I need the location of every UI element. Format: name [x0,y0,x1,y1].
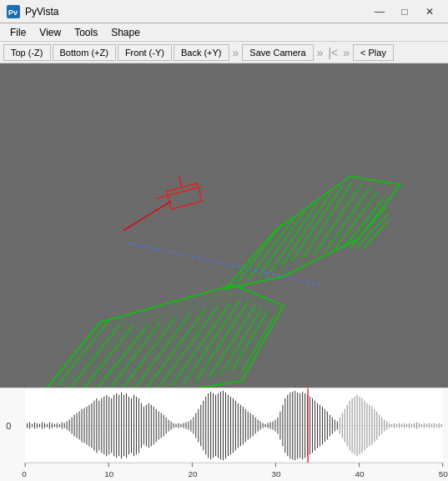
svg-rect-79 [116,393,117,458]
svg-rect-138 [263,423,264,428]
close-button[interactable]: ✕ [418,3,441,20]
svg-rect-89 [141,403,142,448]
svg-rect-86 [133,395,134,456]
svg-rect-117 [210,392,211,459]
svg-rect-186 [381,418,382,434]
svg-rect-125 [230,397,231,454]
svg-rect-56 [59,424,60,428]
svg-rect-210 [441,424,442,428]
svg-rect-126 [233,398,234,453]
maximize-button[interactable]: □ [393,3,416,20]
svg-rect-108 [188,422,189,430]
svg-rect-111 [195,413,196,438]
svg-rect-119 [215,395,216,456]
svg-rect-166 [332,418,333,434]
view-bottom-button[interactable]: Bottom (+Z) [53,44,116,61]
title-controls: — □ ✕ [368,3,441,20]
svg-rect-73 [101,398,102,453]
svg-rect-168 [337,422,338,430]
svg-rect-115 [205,397,206,454]
svg-rect-174 [352,398,353,453]
toolbar: Top (-Z) Bottom (+Z) Front (-Y) Back (+Y… [0,42,448,63]
svg-rect-198 [411,424,412,428]
save-camera-button[interactable]: Save Camera [242,44,313,61]
svg-rect-53 [52,423,53,428]
svg-rect-44 [29,423,30,429]
svg-rect-97 [161,413,162,438]
menu-file[interactable]: File [3,25,33,40]
svg-rect-90 [143,407,144,445]
svg-rect-50 [44,423,45,428]
svg-rect-113 [200,405,201,447]
menu-shape[interactable]: Shape [104,25,147,40]
view-back-button[interactable]: Back (+Y) [174,44,229,61]
svg-rect-149 [289,392,290,458]
waveform-panel: // Will be drawn via inline approach [0,387,448,481]
svg-rect-206 [431,424,432,428]
svg-rect-59 [67,422,68,430]
menu-view[interactable]: View [33,25,68,40]
menu-tools[interactable]: Tools [68,25,104,40]
view-front-button[interactable]: Front (-Y) [118,44,172,61]
svg-rect-124 [228,395,229,456]
svg-rect-67 [86,407,87,445]
svg-rect-76 [108,397,109,454]
title-bar: Pv PyVista — □ ✕ [0,0,448,23]
svg-rect-78 [113,395,114,456]
svg-rect-46 [34,423,35,429]
svg-rect-145 [279,412,280,440]
svg-rect-189 [389,423,390,428]
svg-rect-80 [118,395,119,456]
svg-rect-179 [364,401,365,450]
svg-rect-161 [320,405,320,447]
svg-rect-128 [238,403,239,448]
svg-rect-163 [325,409,325,443]
svg-rect-137 [260,422,261,430]
svg-rect-167 [335,420,335,432]
svg-rect-106 [183,423,184,428]
svg-rect-162 [322,407,323,445]
svg-rect-48 [39,424,40,428]
svg-rect-121 [220,392,221,459]
svg-rect-154 [302,392,303,459]
svg-rect-190 [391,424,392,428]
svg-rect-99 [166,418,167,434]
svg-text:0: 0 [22,469,27,478]
svg-rect-75 [106,395,107,456]
svg-rect-141 [270,423,271,429]
svg-rect-114 [203,401,204,450]
svg-rect-58 [64,423,65,428]
view-top-button[interactable]: Top (-Z) [3,44,51,61]
app-title: PyVista [25,6,58,18]
svg-rect-54 [54,424,55,428]
svg-rect-109 [190,420,191,432]
svg-rect-191 [394,423,395,428]
svg-rect-197 [409,423,410,428]
svg-rect-83 [126,393,127,458]
svg-rect-61 [72,418,73,434]
viewport: Time: 33.860 [0,63,448,387]
svg-rect-180 [366,403,367,448]
separator-2: » [315,46,325,59]
svg-rect-123 [225,392,226,458]
svg-rect-81 [121,392,122,458]
svg-rect-159 [315,401,315,450]
svg-rect-184 [376,412,377,440]
svg-rect-153 [300,393,300,458]
svg-rect-43 [27,423,28,428]
svg-rect-148 [287,395,288,456]
minimize-button[interactable]: — [368,3,391,20]
svg-text:30: 30 [271,469,281,478]
svg-rect-194 [401,424,402,428]
separator-1: » [231,46,241,59]
svg-rect-62 [74,415,75,437]
svg-rect-151 [294,391,295,460]
svg-rect-172 [347,405,348,447]
svg-rect-60 [69,420,70,432]
svg-rect-201 [419,423,420,428]
svg-rect-68 [88,405,89,447]
pyvista-icon: Pv [7,5,20,18]
svg-rect-85 [131,398,132,453]
svg-rect-104 [178,423,179,428]
play-button[interactable]: < Play [353,44,394,61]
